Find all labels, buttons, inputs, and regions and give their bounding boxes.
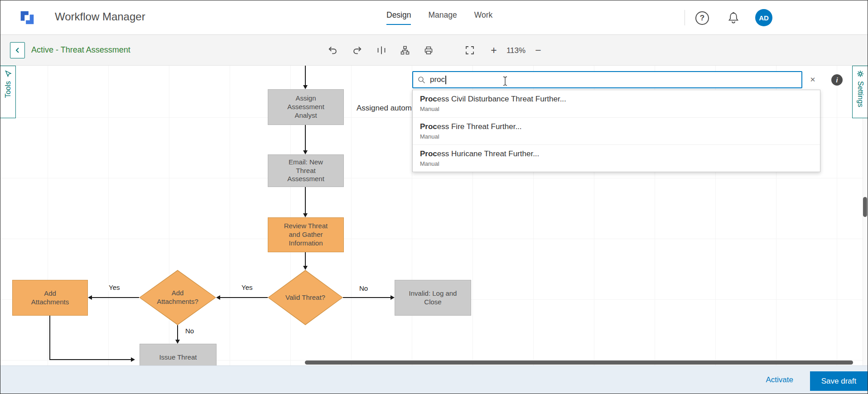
app-header: Workflow Manager Design Manage Work ? AD bbox=[0, 0, 868, 35]
redo-icon[interactable] bbox=[351, 44, 363, 57]
zoom-in-icon[interactable]: + bbox=[487, 44, 500, 57]
search-input[interactable]: proc bbox=[412, 71, 802, 88]
main-nav: Design Manage Work bbox=[386, 10, 492, 25]
search-query-text: proc bbox=[430, 75, 445, 84]
arrowhead-down bbox=[175, 340, 180, 344]
result-type: Manual bbox=[420, 106, 813, 112]
tools-panel-tab[interactable]: Tools bbox=[0, 66, 16, 118]
tools-tab-label: Tools bbox=[4, 81, 12, 98]
result-match: Proc bbox=[420, 95, 437, 103]
result-rest: ess Huricane Threat Further... bbox=[437, 149, 540, 158]
diagram-toolbar: Active - Threat Assessment bbox=[0, 35, 868, 66]
node-label: Review Threat and Gather Information bbox=[281, 222, 331, 247]
arrowhead-down bbox=[303, 150, 308, 154]
edge-line bbox=[92, 297, 139, 298]
info-glyph: i bbox=[836, 77, 838, 84]
node-assign-assessment-analyst[interactable]: Assign Assessment Analyst bbox=[268, 89, 344, 125]
result-rest: ess Fire Threat Further... bbox=[437, 122, 522, 131]
activate-button[interactable]: Activate bbox=[766, 375, 793, 384]
back-button[interactable] bbox=[10, 42, 25, 58]
search-result-item[interactable]: Process Huricane Threat Further... Manua… bbox=[413, 144, 820, 172]
edge-label-no: No bbox=[358, 284, 369, 292]
search-results-dropdown: Process Civil Disturbance Threat Further… bbox=[412, 90, 820, 172]
footer-bar: Activate Save draft bbox=[0, 365, 868, 394]
header-divider bbox=[685, 10, 685, 25]
search-result-item[interactable]: Process Civil Disturbance Threat Further… bbox=[413, 90, 820, 117]
edge-line bbox=[49, 316, 50, 360]
distribute-layout-icon[interactable] bbox=[375, 44, 388, 57]
arrowhead-down bbox=[303, 213, 308, 217]
edge-line bbox=[305, 187, 306, 214]
arrowhead-down bbox=[303, 266, 308, 270]
help-icon[interactable]: ? bbox=[695, 11, 709, 25]
clear-search-icon[interactable]: ✕ bbox=[806, 73, 819, 86]
avatar-initials: AD bbox=[759, 14, 769, 22]
tools-icon bbox=[4, 70, 12, 78]
node-label: Valid Threat? bbox=[268, 270, 343, 325]
edge-line bbox=[343, 297, 391, 298]
edge-line bbox=[177, 325, 178, 340]
result-type: Manual bbox=[420, 133, 813, 140]
edge-line bbox=[305, 125, 306, 151]
arrowhead-down bbox=[303, 85, 308, 89]
edge-annotation: Assigned autom bbox=[357, 104, 412, 113]
arrowhead-right bbox=[391, 295, 395, 300]
result-rest: ess Civil Disturbance Threat Further... bbox=[437, 95, 566, 103]
settings-tab-label: Settings bbox=[856, 81, 864, 107]
node-label: Issue Threat bbox=[159, 353, 197, 362]
close-icon: ✕ bbox=[810, 76, 816, 84]
node-label: Invalid: Log and Close bbox=[407, 289, 459, 307]
nav-tab-manage[interactable]: Manage bbox=[428, 10, 457, 25]
result-title: Process Civil Disturbance Threat Further… bbox=[420, 95, 813, 104]
node-email-new-threat-assessment[interactable]: Email: New Threat Assessment bbox=[268, 154, 344, 187]
node-issue-threat[interactable]: Issue Threat bbox=[140, 344, 217, 365]
undo-icon[interactable] bbox=[327, 44, 339, 57]
edge-line bbox=[305, 252, 306, 266]
diagram-title: Active - Threat Assessment bbox=[31, 45, 130, 55]
node-valid-threat-decision[interactable]: Valid Threat? bbox=[268, 270, 343, 325]
result-match: Proc bbox=[420, 122, 437, 131]
nav-tab-design[interactable]: Design bbox=[386, 10, 411, 25]
node-label: Assign Assessment Analyst bbox=[282, 94, 330, 120]
vertical-scrollbar[interactable] bbox=[863, 197, 867, 217]
node-add-attachments[interactable]: Add Attachments bbox=[12, 280, 88, 316]
settings-panel-tab[interactable]: Settings bbox=[852, 66, 868, 118]
edge-label-yes: Yes bbox=[241, 283, 253, 291]
text-caret bbox=[445, 76, 446, 84]
help-glyph: ? bbox=[700, 14, 704, 23]
app-title: Workflow Manager bbox=[55, 10, 145, 23]
nav-tab-work[interactable]: Work bbox=[474, 10, 493, 25]
text-cursor-pointer bbox=[502, 76, 508, 86]
search-icon bbox=[418, 76, 425, 84]
fit-to-screen-icon[interactable] bbox=[463, 44, 476, 57]
edge-line bbox=[49, 359, 131, 360]
arrowhead-left bbox=[88, 295, 92, 300]
search-result-item[interactable]: Process Fire Threat Further... Manual bbox=[413, 117, 820, 144]
result-match: Proc bbox=[420, 149, 437, 158]
arrowhead-right bbox=[131, 357, 135, 362]
node-review-threat[interactable]: Review Threat and Gather Information bbox=[268, 217, 344, 252]
horizontal-scrollbar[interactable] bbox=[305, 360, 853, 365]
zoom-out-icon[interactable]: − bbox=[532, 44, 545, 57]
edge-label-no: No bbox=[184, 327, 195, 335]
result-title: Process Huricane Threat Further... bbox=[420, 149, 813, 159]
notifications-bell-icon[interactable] bbox=[727, 11, 740, 24]
node-invalid-log-close[interactable]: Invalid: Log and Close bbox=[395, 280, 471, 316]
app-window: Yes Yes No No Assigned autom Assign Asse… bbox=[0, 0, 868, 394]
result-type: Manual bbox=[420, 160, 813, 167]
hierarchy-layout-icon[interactable] bbox=[399, 44, 411, 57]
gear-icon bbox=[856, 70, 864, 78]
workflow-manager-logo bbox=[18, 8, 37, 27]
edge-line bbox=[220, 297, 268, 298]
chevron-left-icon bbox=[14, 47, 21, 54]
arrowhead-left bbox=[216, 295, 220, 300]
save-draft-button[interactable]: Save draft bbox=[810, 371, 868, 391]
node-label: Add Attachments? bbox=[139, 270, 216, 325]
print-icon[interactable] bbox=[422, 44, 435, 57]
node-label: Add Attachments bbox=[28, 289, 72, 307]
node-label: Email: New Threat Assessment bbox=[282, 158, 330, 183]
edge-line bbox=[305, 66, 306, 86]
node-add-attachments-decision[interactable]: Add Attachments? bbox=[139, 270, 216, 325]
user-avatar[interactable]: AD bbox=[755, 9, 772, 26]
info-icon[interactable]: i bbox=[831, 74, 843, 86]
